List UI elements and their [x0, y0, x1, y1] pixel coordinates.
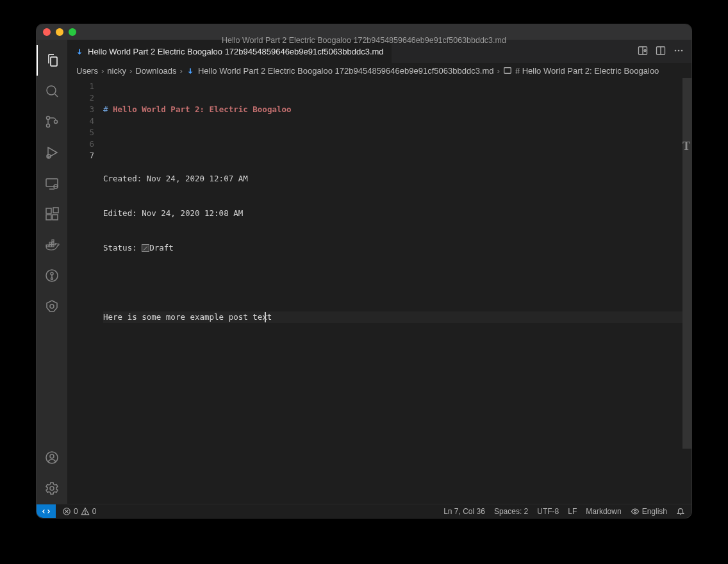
gitlens-icon[interactable] [37, 260, 67, 291]
split-editor-icon[interactable] [656, 46, 666, 58]
close-window-button[interactable] [43, 28, 51, 36]
titlebar[interactable]: Hello World Part 2 Electric Boogaloo 172… [37, 24, 691, 40]
minimap-slider[interactable] [682, 78, 691, 449]
svg-point-19 [644, 49, 646, 51]
svg-point-2 [47, 124, 50, 128]
svg-point-1 [47, 117, 50, 120]
accounts-icon[interactable] [37, 442, 67, 473]
svg-rect-24 [504, 68, 511, 74]
markdown-file-icon [75, 47, 84, 56]
notifications-icon[interactable] [676, 507, 685, 516]
code-area[interactable]: # Hello World Part 2: Electric Boogaloo … [103, 78, 691, 504]
svg-point-12 [51, 272, 53, 275]
svg-point-22 [678, 49, 680, 51]
line-number-gutter: 1 2 3 4 5 6 7 [67, 78, 103, 504]
crumb-user[interactable]: nicky [107, 66, 126, 76]
docker-icon[interactable] [37, 229, 67, 260]
source-control-icon[interactable] [37, 106, 67, 137]
svg-rect-10 [53, 208, 58, 213]
svg-point-21 [675, 49, 677, 51]
text-cursor [265, 312, 266, 322]
crumb-users[interactable]: Users [76, 66, 98, 76]
status-bar: 0 0 Ln 7, Col 36 Spaces: 2 UTF-8 LF Mark… [37, 504, 691, 518]
overview-glyph: T [682, 140, 690, 153]
kubernetes-icon[interactable] [37, 291, 67, 322]
chevron-right-icon: › [497, 66, 500, 76]
indentation-status[interactable]: Spaces: 2 [494, 507, 528, 516]
eol-status[interactable]: LF [568, 507, 577, 516]
svg-rect-8 [46, 215, 51, 220]
run-debug-icon[interactable] [37, 137, 67, 168]
svg-point-26 [85, 513, 85, 513]
crumb-symbol[interactable]: # Hello World Part 2: Electric Boogaloo [515, 66, 659, 76]
symbol-icon [503, 66, 512, 75]
svg-rect-9 [53, 215, 58, 220]
crumb-file[interactable]: Hello World Part 2 Electric Boogaloo 172… [198, 66, 494, 76]
language-mode[interactable]: Markdown [586, 507, 621, 516]
search-icon[interactable] [37, 76, 67, 106]
editor-group: Hello World Part 2 Electric Boogaloo 172… [67, 40, 691, 504]
svg-rect-5 [46, 179, 58, 187]
svg-point-0 [47, 86, 56, 95]
svg-point-27 [634, 510, 636, 513]
remote-explorer-icon[interactable] [37, 168, 67, 199]
more-actions-icon[interactable] [674, 46, 684, 58]
editor[interactable]: 1 2 3 4 5 6 7 # Hello World Part 2: Elec… [67, 78, 691, 504]
crumb-downloads[interactable]: Downloads [135, 66, 176, 76]
window-controls [43, 28, 76, 36]
svg-point-13 [51, 278, 53, 280]
explorer-icon[interactable] [37, 45, 67, 76]
chevron-right-icon: › [129, 66, 132, 76]
svg-point-23 [681, 49, 683, 51]
chevron-right-icon: › [180, 66, 183, 76]
markdown-file-icon [186, 66, 195, 75]
warning-icon [81, 507, 90, 516]
problems-status[interactable]: 0 0 [62, 507, 96, 516]
open-preview-icon[interactable] [638, 46, 648, 58]
remote-indicator[interactable] [37, 504, 56, 518]
spellcheck-status[interactable]: English [631, 507, 667, 516]
tab-label: Hello World Part 2 Electric Boogaloo 172… [88, 47, 384, 56]
error-icon [62, 507, 71, 516]
svg-point-14 [50, 304, 54, 308]
eye-icon [631, 507, 640, 516]
vscode-window: Hello World Part 2 Electric Boogaloo 172… [37, 24, 691, 518]
svg-point-16 [50, 454, 54, 458]
svg-point-17 [50, 486, 54, 490]
minimize-window-button[interactable] [56, 28, 63, 36]
encoding-status[interactable]: UTF-8 [537, 507, 559, 516]
breadcrumb[interactable]: Users › nicky › Downloads › Hello World … [67, 63, 691, 78]
settings-gear-icon[interactable] [37, 473, 67, 504]
extensions-icon[interactable] [37, 199, 67, 229]
zoom-window-button[interactable] [69, 28, 76, 36]
cursor-position[interactable]: Ln 7, Col 36 [443, 507, 485, 516]
svg-rect-7 [46, 208, 51, 213]
broken-image-icon [142, 244, 149, 252]
chevron-right-icon: › [101, 66, 104, 76]
svg-point-3 [54, 120, 58, 124]
activity-bar [37, 40, 67, 504]
window-title: Hello World Part 2 Electric Boogaloo 172… [37, 36, 691, 45]
